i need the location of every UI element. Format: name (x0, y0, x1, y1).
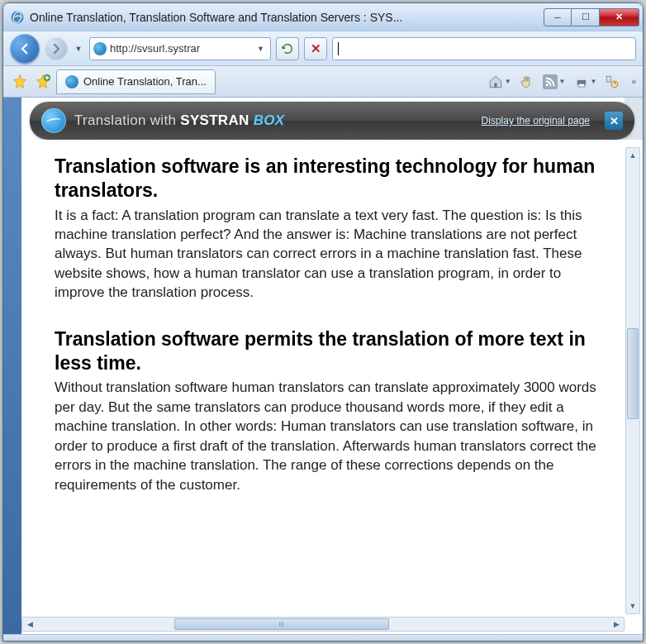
tab-toolbar: Online Translation, Tran... ▼ ▼ ▼ » (3, 66, 643, 98)
nav-history-dropdown[interactable]: ▼ (73, 43, 84, 55)
vertical-scrollbar[interactable]: ▲ ▼ (625, 147, 640, 614)
home-icon (488, 74, 503, 89)
section-paragraph: Without translation software human trans… (55, 378, 610, 494)
rss-icon (543, 74, 558, 89)
close-button[interactable]: ✕ (600, 8, 639, 26)
systran-toolbar-title: Translation with SYSTRAN BOX (74, 112, 284, 129)
text-cursor (338, 42, 339, 55)
address-dropdown[interactable]: ▼ (254, 45, 267, 53)
feeds-button[interactable]: ▼ (543, 74, 566, 89)
scroll-thumb[interactable] (627, 328, 639, 419)
svg-point-0 (12, 11, 24, 23)
address-bar[interactable]: ▼ (89, 37, 271, 60)
refresh-button[interactable] (276, 37, 299, 60)
scroll-up-arrow[interactable]: ▲ (626, 148, 639, 163)
tools-icon (605, 74, 620, 89)
print-button[interactable]: ▼ (574, 74, 597, 89)
section-heading: Translation software is an interesting t… (55, 155, 610, 203)
printer-icon (574, 74, 589, 89)
display-original-link[interactable]: Display the original page (482, 115, 590, 126)
stop-button[interactable]: ✕ (304, 37, 327, 60)
site-favicon (93, 42, 107, 55)
hand-tool-button[interactable] (520, 74, 534, 89)
systran-prefix: Translation with (74, 112, 180, 128)
content-area: Translation with SYSTRAN BOX Display the… (3, 98, 643, 634)
hand-icon (520, 74, 534, 89)
svg-rect-9 (607, 76, 611, 82)
systran-close-button[interactable]: ✕ (605, 112, 623, 130)
search-bar[interactable] (332, 37, 636, 60)
section-paragraph: It is a fact: A translation program can … (55, 206, 610, 303)
systran-logo-icon (41, 108, 66, 133)
browser-window: Online Translation, Translation Software… (2, 2, 644, 642)
chevron-down-icon: ▼ (591, 78, 597, 85)
svg-point-5 (545, 83, 548, 86)
add-favorite-button[interactable] (33, 72, 53, 92)
forward-button[interactable] (45, 37, 68, 60)
scroll-left-arrow[interactable]: ◀ (22, 618, 37, 631)
tab-favicon (65, 75, 78, 88)
svg-rect-7 (578, 77, 585, 80)
status-bar (3, 634, 643, 641)
systran-toolbar: Translation with SYSTRAN BOX Display the… (30, 102, 634, 140)
horizontal-scrollbar[interactable]: ◀ ▶ (21, 617, 625, 632)
minimize-button[interactable]: ─ (544, 8, 572, 26)
scroll-down-arrow[interactable]: ▼ (626, 599, 639, 613)
home-button[interactable]: ▼ (488, 74, 511, 89)
svg-rect-3 (494, 83, 496, 87)
toolbar-expand[interactable]: » (631, 77, 636, 86)
ie-icon (10, 10, 25, 25)
page-viewport: Translation with SYSTRAN BOX Display the… (21, 98, 643, 634)
tab-label: Online Translation, Tran... (83, 75, 207, 88)
window-controls: ─ ☐ ✕ (544, 8, 639, 26)
url-input[interactable] (110, 42, 251, 55)
systran-brand: SYSTRAN (180, 112, 249, 128)
chevron-down-icon: ▼ (559, 78, 566, 85)
favorites-button[interactable] (10, 72, 30, 92)
svg-rect-8 (578, 83, 585, 87)
star-plus-icon (35, 74, 51, 90)
section-heading: Translation software permits the transla… (55, 327, 610, 375)
titlebar: Online Translation, Translation Software… (3, 3, 643, 31)
document-body[interactable]: Translation software is an interesting t… (21, 140, 643, 634)
tools-button[interactable] (605, 74, 620, 89)
maximize-button[interactable]: ☐ (572, 8, 600, 26)
refresh-icon (281, 42, 294, 55)
arrow-left-icon (17, 41, 32, 56)
arrow-right-icon (49, 41, 64, 56)
nav-toolbar: ▼ ▼ ✕ (3, 31, 643, 66)
browser-tab[interactable]: Online Translation, Tran... (56, 69, 216, 94)
back-button[interactable] (10, 34, 40, 64)
chevron-down-icon: ▼ (505, 78, 511, 85)
scroll-right-arrow[interactable]: ▶ (609, 618, 624, 631)
command-bar: ▼ ▼ ▼ » (488, 74, 636, 89)
star-icon (12, 74, 28, 90)
window-title: Online Translation, Translation Software… (30, 11, 544, 24)
scroll-track[interactable] (626, 163, 639, 599)
scroll-track[interactable] (37, 618, 609, 631)
systran-box: BOX (254, 112, 285, 128)
scroll-thumb[interactable] (174, 618, 389, 630)
left-gutter (3, 98, 21, 634)
svg-rect-4 (543, 74, 558, 89)
